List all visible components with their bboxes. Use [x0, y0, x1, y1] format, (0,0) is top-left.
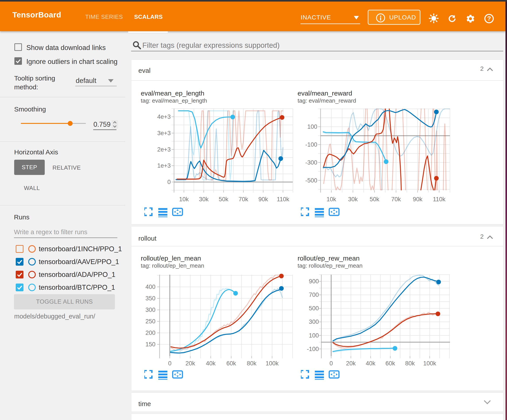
svg-text:500: 500: [309, 305, 319, 312]
svg-text:250: 250: [145, 318, 155, 325]
svg-text:-100: -100: [307, 346, 319, 352]
svg-text:40k: 40k: [206, 360, 216, 367]
svg-text:80k: 80k: [405, 360, 415, 367]
svg-text:100k: 100k: [266, 360, 279, 367]
svg-text:300: 300: [145, 307, 155, 313]
svg-text:150: 150: [145, 341, 155, 348]
svg-text:100k: 100k: [423, 360, 436, 367]
svg-text:30k: 30k: [348, 196, 358, 203]
svg-text:900: 900: [309, 278, 319, 285]
svg-text:70k: 70k: [239, 196, 248, 203]
svg-text:80k: 80k: [247, 360, 257, 367]
svg-text:50k: 50k: [219, 196, 228, 203]
svg-text:-300: -300: [305, 159, 317, 166]
svg-text:3e+3: 3e+3: [157, 130, 171, 137]
svg-text:2e+3: 2e+3: [157, 146, 171, 153]
svg-text:110k: 110k: [433, 196, 445, 203]
svg-text:?: ?: [487, 15, 491, 22]
svg-text:100: 100: [307, 124, 317, 130]
svg-text:60k: 60k: [226, 360, 236, 367]
svg-text:-500: -500: [305, 177, 317, 184]
svg-text:1e+3: 1e+3: [157, 162, 171, 169]
svg-text:10k: 10k: [327, 196, 336, 203]
svg-text:-100: -100: [305, 141, 317, 148]
svg-text:20k: 20k: [185, 360, 195, 367]
svg-text:4e+3: 4e+3: [157, 113, 171, 120]
svg-text:0: 0: [167, 179, 171, 185]
svg-text:30k: 30k: [199, 196, 209, 203]
svg-text:0: 0: [168, 360, 171, 367]
svg-text:700: 700: [309, 291, 319, 298]
svg-text:90k: 90k: [413, 196, 422, 203]
svg-text:200: 200: [145, 330, 155, 336]
svg-text:20k: 20k: [346, 360, 356, 367]
svg-text:300: 300: [309, 318, 319, 325]
svg-text:70k: 70k: [391, 196, 401, 203]
svg-text:400: 400: [145, 283, 155, 290]
svg-text:350: 350: [145, 295, 155, 302]
svg-text:40k: 40k: [366, 360, 375, 367]
svg-text:100: 100: [309, 332, 319, 339]
svg-text:60k: 60k: [386, 360, 395, 367]
svg-text:110k: 110k: [277, 196, 289, 203]
svg-text:90k: 90k: [258, 196, 268, 203]
svg-text:0: 0: [330, 360, 333, 367]
svg-text:10k: 10k: [179, 196, 189, 203]
svg-text:50k: 50k: [370, 196, 380, 203]
